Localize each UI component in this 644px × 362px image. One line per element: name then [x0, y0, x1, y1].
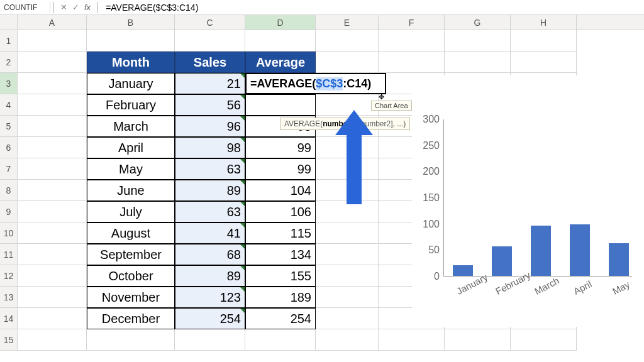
cell[interactable] [18, 329, 87, 351]
cell[interactable] [511, 52, 577, 73]
cell-avg[interactable]: 106 [245, 201, 316, 222]
cell[interactable] [316, 30, 379, 52]
col-header-f[interactable]: F [379, 15, 445, 30]
cell-sales[interactable]: 21 [175, 73, 245, 94]
cell-avg[interactable]: 115 [245, 222, 316, 244]
col-header-e[interactable]: E [316, 15, 379, 30]
cell[interactable] [379, 329, 445, 351]
row-header-2[interactable]: 2 [0, 52, 18, 73]
cell-month[interactable]: May [87, 158, 175, 180]
formula-input[interactable]: =AVERAGE($C$3:C14) [101, 1, 644, 14]
cell[interactable] [316, 222, 379, 244]
cell[interactable] [245, 30, 316, 52]
cell-avg[interactable]: 134 [245, 244, 316, 265]
cell[interactable] [18, 180, 87, 201]
chart-bar[interactable] [531, 226, 551, 276]
cell[interactable] [316, 52, 379, 73]
cell-sales[interactable]: 63 [175, 201, 245, 222]
cell[interactable] [511, 329, 577, 351]
cell[interactable] [316, 265, 379, 287]
cell-avg[interactable]: 254 [245, 308, 316, 329]
cell-avg[interactable]: 189 [245, 287, 316, 308]
row-header-7[interactable]: 7 [0, 158, 18, 180]
cell[interactable] [18, 201, 87, 222]
cell[interactable] [18, 308, 87, 329]
cell[interactable] [245, 329, 316, 351]
col-header-d[interactable]: D [245, 15, 316, 30]
row-header-8[interactable]: 8 [0, 180, 18, 201]
cell-month[interactable]: October [87, 265, 175, 287]
cell-month[interactable]: December [87, 308, 175, 329]
cell[interactable] [18, 137, 87, 158]
cell[interactable] [18, 265, 87, 287]
cell-month[interactable]: January [87, 73, 175, 94]
cell-avg[interactable] [245, 94, 316, 116]
cell-month[interactable]: February [87, 94, 175, 116]
cell-sales[interactable]: 68 [175, 244, 245, 265]
cell-sales[interactable]: 89 [175, 265, 245, 287]
fx-icon[interactable]: fx [84, 3, 91, 12]
col-header-a[interactable]: A [18, 15, 87, 30]
cell-sales[interactable]: 63 [175, 158, 245, 180]
chart-bar[interactable] [609, 243, 629, 277]
cell[interactable] [87, 30, 175, 52]
row-header-11[interactable]: 11 [0, 244, 18, 265]
cell-sales[interactable]: 254 [175, 308, 245, 329]
cell-avg[interactable]: 155 [245, 265, 316, 287]
cell-month[interactable]: September [87, 244, 175, 265]
cell-month[interactable]: August [87, 222, 175, 244]
cell[interactable] [511, 30, 577, 52]
col-header-b[interactable]: B [87, 15, 175, 30]
cell[interactable] [445, 30, 511, 52]
cell[interactable] [18, 222, 87, 244]
name-box[interactable]: COUNTIF [0, 2, 50, 13]
cell-avg[interactable]: 104 [245, 180, 316, 201]
header-average[interactable]: Average [245, 52, 316, 73]
cell[interactable] [316, 201, 379, 222]
chart-bar[interactable] [570, 224, 590, 276]
cell[interactable] [316, 244, 379, 265]
cell[interactable] [316, 287, 379, 308]
cancel-icon[interactable]: ✕ [60, 3, 67, 12]
cell-month[interactable]: June [87, 180, 175, 201]
cell[interactable] [379, 52, 445, 73]
col-header-h[interactable]: H [511, 15, 577, 30]
cell-sales[interactable]: 41 [175, 222, 245, 244]
row-header-6[interactable]: 6 [0, 137, 18, 158]
cell[interactable] [175, 329, 245, 351]
row-header-9[interactable]: 9 [0, 201, 18, 222]
cell-sales[interactable]: 98 [175, 137, 245, 158]
cell-sales[interactable]: 123 [175, 287, 245, 308]
chart-bar[interactable] [492, 246, 512, 276]
row-header-12[interactable]: 12 [0, 265, 18, 287]
cell[interactable] [379, 30, 445, 52]
cell[interactable] [18, 244, 87, 265]
cell-month[interactable]: April [87, 137, 175, 158]
row-header-3[interactable]: 3 [0, 73, 18, 94]
cell-sales[interactable]: 89 [175, 180, 245, 201]
cell-sales[interactable]: 96 [175, 116, 245, 137]
cell-editing[interactable]: =AVERAGE($C$3:C14) [245, 73, 386, 94]
col-header-g[interactable]: G [445, 15, 511, 30]
cell-avg[interactable]: 99 [245, 137, 316, 158]
row-header-5[interactable]: 5 [0, 116, 18, 137]
cell-month[interactable]: July [87, 201, 175, 222]
header-month[interactable]: Month [87, 52, 175, 73]
row-header-15[interactable]: 15 [0, 329, 18, 351]
chart-bar[interactable] [453, 265, 473, 277]
cell[interactable] [18, 30, 87, 52]
chart-plot-area[interactable] [443, 119, 632, 277]
embedded-chart[interactable]: 050100150200250300 JanuaryFebruaryMarchA… [412, 75, 638, 327]
cell-sales[interactable]: 56 [175, 94, 245, 116]
cell[interactable] [18, 158, 87, 180]
cell[interactable] [87, 329, 175, 351]
cell[interactable] [175, 30, 245, 52]
cell[interactable] [18, 73, 87, 94]
confirm-icon[interactable]: ✓ [72, 3, 79, 12]
row-header-10[interactable]: 10 [0, 222, 18, 244]
row-header-4[interactable]: 4 [0, 94, 18, 116]
col-header-c[interactable]: C [175, 15, 245, 30]
cell[interactable] [18, 94, 87, 116]
cell[interactable] [316, 308, 379, 329]
row-header-13[interactable]: 13 [0, 287, 18, 308]
